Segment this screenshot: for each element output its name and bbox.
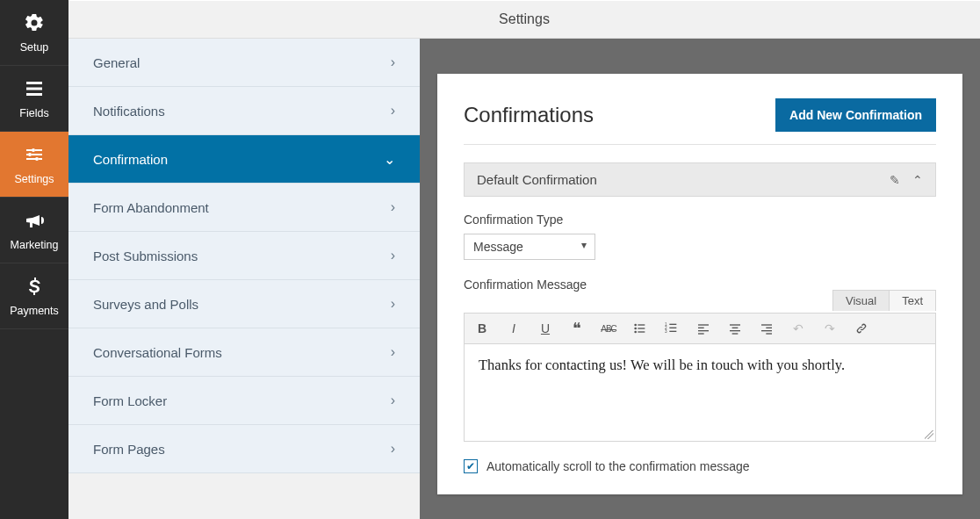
settings-nav-list: General › Notifications › Confirmation ⌄…: [68, 39, 420, 473]
collapse-icon[interactable]: ⌃: [912, 173, 923, 187]
content-pane: Confirmations Add New Confirmation Defau…: [420, 0, 980, 519]
page-title: Settings: [499, 11, 550, 27]
chevron-right-icon: ›: [391, 248, 395, 263]
editor-tab-visual[interactable]: Visual: [832, 290, 890, 311]
svg-rect-25: [761, 330, 772, 331]
dollar-icon: [24, 276, 45, 299]
svg-rect-14: [669, 331, 676, 332]
settings-item-post-submissions[interactable]: Post Submissions ›: [68, 232, 420, 280]
svg-rect-19: [730, 324, 740, 325]
editor-wrap: Visual Text B I U ❝ ABC 123: [464, 313, 936, 442]
sidebar-item-fields[interactable]: Fields: [0, 66, 68, 132]
sidebar-item-label: Setup: [20, 41, 49, 54]
blockquote-icon[interactable]: ❝: [568, 319, 586, 338]
svg-rect-21: [730, 330, 740, 331]
align-right-icon[interactable]: [758, 321, 775, 335]
rich-text-editor: B I U ❝ ABC 123: [464, 313, 936, 442]
svg-rect-24: [766, 328, 772, 328]
panel-title: Confirmations: [464, 103, 594, 127]
autoscroll-label: Automatically scroll to the confirmation…: [486, 459, 750, 473]
svg-rect-8: [638, 331, 645, 332]
section-title: Default Confirmation: [477, 172, 597, 187]
edit-icon[interactable]: ✎: [890, 173, 900, 187]
chevron-down-icon: ⌄: [384, 151, 395, 168]
confirmation-type-label: Confirmation Type: [464, 213, 936, 227]
settings-item-notifications[interactable]: Notifications ›: [68, 87, 420, 135]
align-left-icon[interactable]: [695, 321, 712, 335]
ordered-list-icon[interactable]: 123: [663, 321, 681, 335]
settings-item-label: Form Abandonment: [93, 200, 209, 215]
settings-item-label: Surveys and Polls: [93, 297, 198, 312]
settings-item-label: Form Locker: [93, 393, 167, 408]
svg-rect-16: [698, 328, 704, 328]
redo-icon[interactable]: ↷: [821, 321, 839, 335]
sidebar-item-payments[interactable]: Payments: [0, 263, 68, 329]
italic-icon[interactable]: I: [505, 321, 522, 335]
chevron-right-icon: ›: [391, 296, 395, 312]
confirmation-type-select[interactable]: Message: [464, 234, 595, 260]
editor-tab-text[interactable]: Text: [889, 290, 936, 311]
settings-nav-column: General › Notifications › Confirmation ⌄…: [68, 0, 420, 519]
link-icon[interactable]: [853, 321, 870, 335]
settings-item-form-locker[interactable]: Form Locker ›: [68, 377, 420, 425]
editor-text: Thanks for contacting us! We will be in …: [479, 357, 845, 373]
settings-item-conversational-forms[interactable]: Conversational Forms ›: [68, 328, 420, 377]
editor-content-area[interactable]: Thanks for contacting us! We will be in …: [465, 344, 935, 441]
settings-item-confirmation[interactable]: Confirmation ⌄: [68, 135, 420, 184]
page-header: Settings: [68, 0, 980, 39]
bullhorn-icon: [24, 210, 45, 234]
editor-tabs: Visual Text: [833, 290, 936, 311]
confirmation-section-header[interactable]: Default Confirmation ✎ ⌃: [464, 162, 936, 197]
section-header-actions: ✎ ⌃: [890, 173, 923, 187]
autoscroll-checkbox[interactable]: ✔: [464, 459, 478, 473]
svg-rect-15: [698, 324, 709, 325]
confirmations-panel: Confirmations Add New Confirmation Defau…: [437, 74, 962, 494]
settings-item-form-abandonment[interactable]: Form Abandonment ›: [68, 184, 420, 232]
bold-icon[interactable]: B: [473, 321, 491, 335]
settings-item-label: Conversational Forms: [93, 345, 222, 360]
svg-rect-12: [669, 328, 676, 328]
svg-point-1: [28, 153, 32, 156]
gear-icon: [24, 12, 45, 36]
chevron-right-icon: ›: [391, 103, 395, 119]
svg-rect-26: [766, 333, 772, 334]
settings-item-label: Post Submissions: [93, 249, 198, 263]
undo-icon[interactable]: ↶: [789, 321, 807, 335]
sidebar-item-setup[interactable]: Setup: [0, 0, 68, 66]
svg-rect-18: [698, 333, 704, 334]
chevron-right-icon: ›: [391, 393, 395, 408]
settings-item-surveys-polls[interactable]: Surveys and Polls ›: [68, 280, 420, 328]
settings-item-label: Notifications: [93, 104, 165, 119]
underline-icon[interactable]: U: [537, 321, 554, 335]
settings-item-label: General: [93, 55, 140, 70]
svg-rect-6: [638, 328, 645, 328]
chevron-right-icon: ›: [391, 441, 395, 457]
svg-rect-4: [638, 324, 645, 325]
resize-handle-icon[interactable]: [925, 430, 933, 439]
chevron-right-icon: ›: [391, 54, 395, 70]
autoscroll-row: ✔ Automatically scroll to the confirmati…: [464, 459, 936, 473]
svg-rect-17: [698, 330, 709, 331]
svg-point-7: [634, 331, 637, 334]
svg-rect-23: [761, 324, 772, 325]
sidebar-item-label: Marketing: [11, 239, 59, 251]
chevron-right-icon: ›: [391, 344, 395, 360]
sidebar-item-label: Payments: [10, 305, 59, 317]
sidebar-item-marketing[interactable]: Marketing: [0, 198, 68, 263]
add-new-confirmation-button[interactable]: Add New Confirmation: [775, 98, 936, 132]
align-center-icon[interactable]: [726, 321, 744, 335]
settings-item-label: Form Pages: [93, 442, 165, 457]
svg-point-2: [35, 157, 39, 161]
sidebar-item-settings[interactable]: Settings: [0, 132, 68, 198]
sliders-icon: [24, 144, 45, 168]
chevron-right-icon: ›: [391, 199, 395, 215]
settings-item-form-pages[interactable]: Form Pages ›: [68, 425, 420, 473]
svg-text:3: 3: [665, 329, 667, 334]
bullet-list-icon[interactable]: [631, 321, 649, 335]
list-icon: [24, 78, 45, 102]
svg-point-3: [634, 324, 637, 327]
strikethrough-icon[interactable]: ABC: [600, 324, 617, 334]
svg-rect-20: [732, 328, 739, 328]
sidebar-item-label: Fields: [19, 107, 48, 119]
settings-item-general[interactable]: General ›: [68, 39, 420, 87]
